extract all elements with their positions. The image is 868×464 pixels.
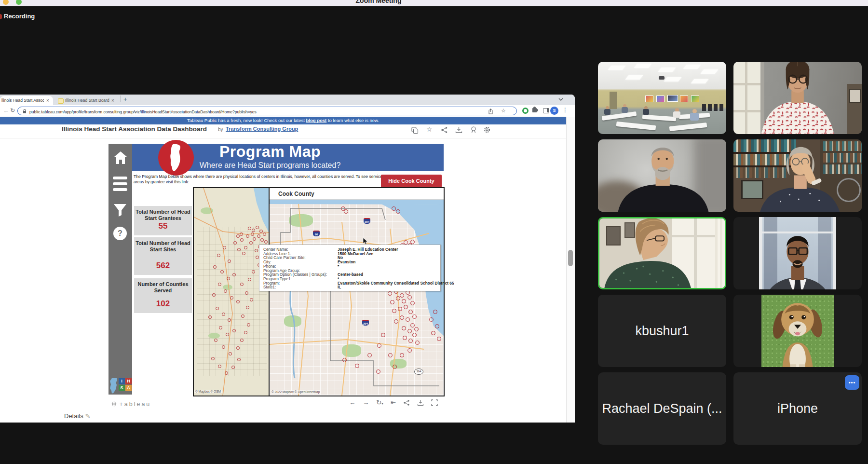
program-map-title: Program Map	[188, 143, 352, 161]
map-marker	[253, 237, 256, 241]
share-icon[interactable]	[488, 109, 493, 114]
reset-icon[interactable]: ↻▾	[376, 399, 383, 406]
tableau-banner: Tableau Public has a fresh, new look! Ch…	[0, 117, 566, 124]
video-tile-rachael[interactable]: Rachael DeSpain (...	[598, 372, 726, 445]
tab-close-icon[interactable]: ×	[46, 98, 49, 103]
map-marker	[217, 254, 220, 257]
cook-county-label: Cook County	[270, 188, 444, 200]
window-title: Zoom Meeting	[338, 0, 420, 4]
map-marker	[231, 366, 235, 369]
fullscreen-icon[interactable]	[431, 399, 438, 406]
tab-strip: llinois Head Start Association × Illinoi…	[0, 95, 575, 105]
bookmark-star-icon[interactable]: ☆	[501, 108, 506, 114]
scrollbar-thumb[interactable]	[568, 250, 573, 266]
map-marker	[246, 234, 249, 238]
cook-county-map[interactable]: 294 90 294 394 © 2022 Mapbox © OpenStree…	[270, 200, 444, 396]
tab-favicon	[58, 98, 64, 104]
filter-icon[interactable]	[112, 203, 128, 218]
map-marker	[407, 329, 412, 333]
browser-menu-icon[interactable]: ⋮	[562, 107, 568, 113]
video-tile-participant[interactable]	[733, 139, 862, 212]
map-marker	[247, 323, 250, 327]
details-label[interactable]: Details ✎	[64, 412, 90, 420]
undo-icon[interactable]: ←	[349, 399, 355, 406]
video-tile-kbushur1[interactable]: kbushur1	[598, 295, 726, 367]
stat-grantees: Total Number of Head Start Grantees55	[134, 206, 192, 235]
map-marker	[222, 313, 225, 316]
video-tile-room[interactable]	[598, 62, 726, 134]
map-marker	[260, 238, 264, 242]
reload-icon[interactable]: ↻	[10, 107, 15, 114]
map-marker	[396, 296, 400, 300]
author-link[interactable]: Transform Consulting Group	[226, 126, 298, 132]
extension-adblock-icon[interactable]	[522, 108, 529, 114]
map-marker	[388, 291, 392, 296]
revert-icon[interactable]: ⇤	[391, 399, 396, 406]
download-icon[interactable]	[455, 126, 462, 134]
video-tile-iphone[interactable]: iPhone •••	[733, 372, 862, 445]
menu-icon[interactable]	[113, 177, 127, 179]
map-marker	[242, 252, 245, 255]
new-tab-button[interactable]: +	[123, 96, 127, 103]
map-marker	[225, 371, 228, 375]
profile-avatar[interactable]: S	[550, 107, 558, 115]
map-marker	[211, 357, 215, 360]
map-marker	[251, 232, 254, 236]
banner-blog-link[interactable]: blog post	[306, 118, 327, 123]
back-icon[interactable]: ←	[3, 107, 9, 114]
tableau-logo[interactable]: +ableau	[111, 399, 151, 408]
favorite-star-icon[interactable]: ☆	[426, 125, 433, 133]
map-marker	[264, 240, 268, 244]
video-tile-participant[interactable]	[733, 62, 862, 134]
map-marker	[408, 310, 413, 314]
participant-figure	[759, 217, 836, 289]
more-options-button[interactable]: •••	[845, 375, 859, 390]
extensions-puzzle-icon[interactable]	[532, 108, 537, 112]
hide-cook-county-button[interactable]: Hide Cook County	[381, 175, 442, 188]
download-toolbar-icon[interactable]	[417, 399, 424, 406]
zoom-button[interactable]	[16, 0, 22, 5]
map-marker	[252, 229, 255, 232]
metrics-icon[interactable]	[411, 126, 419, 134]
browser-scrollbar[interactable]	[566, 117, 575, 423]
map-marker	[381, 333, 385, 337]
video-tile-dog[interactable]	[733, 295, 862, 367]
tab-active[interactable]: llinois Head Start Association ×	[0, 96, 53, 105]
recording-icon	[0, 14, 2, 19]
map-marker	[228, 259, 231, 263]
video-tile-participant[interactable]	[733, 217, 862, 289]
map-marker	[256, 226, 259, 229]
map-marker	[250, 298, 253, 301]
video-tile-participant[interactable]	[598, 139, 726, 212]
map-marker	[249, 241, 253, 245]
share-nodes-icon[interactable]	[441, 126, 448, 134]
tabsearch-chevron-icon[interactable]	[558, 98, 563, 101]
home-icon[interactable]	[113, 150, 128, 165]
minimize-button[interactable]	[3, 0, 9, 5]
map-marker	[236, 300, 240, 303]
share-toolbar-icon[interactable]	[403, 399, 410, 406]
map-marker	[248, 227, 251, 230]
map-marker	[257, 234, 260, 238]
help-icon[interactable]: ?	[113, 227, 127, 240]
tab-inactive[interactable]: Illinois Head Start Board Meeti ×	[55, 96, 118, 105]
map-marker	[410, 240, 415, 244]
illinois-map[interactable]	[194, 188, 270, 396]
lock-icon	[23, 109, 27, 113]
gear-icon[interactable]	[483, 126, 491, 134]
map-marker	[226, 333, 229, 336]
tab-close-icon[interactable]: ×	[111, 98, 114, 103]
redo-icon[interactable]: →	[363, 399, 369, 406]
map-marker	[240, 339, 244, 342]
map-marker	[263, 232, 266, 236]
award-icon[interactable]	[470, 126, 477, 134]
participant-name: Rachael DeSpain (...	[602, 401, 722, 416]
sidepanel-icon[interactable]	[543, 108, 549, 113]
map-marker	[229, 352, 232, 355]
map-marker	[392, 309, 396, 313]
map-description: The Program Map below shows where there …	[134, 174, 382, 185]
video-tile-active-speaker[interactable]	[598, 217, 726, 289]
map-marker	[232, 273, 236, 276]
map-marker	[212, 293, 216, 297]
url-bar[interactable]: public.tableau.com/app/profile/transform…	[17, 107, 517, 115]
